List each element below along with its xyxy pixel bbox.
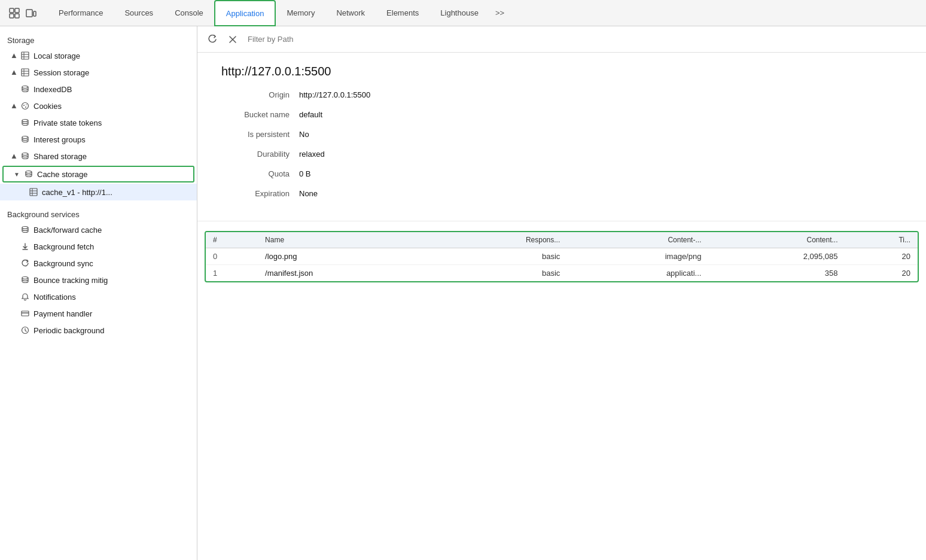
- db-icon: [24, 169, 33, 179]
- tab-sources[interactable]: Sources: [114, 0, 164, 26]
- tab-performance[interactable]: Performance: [48, 0, 114, 26]
- persistent-label: Is persistent: [221, 130, 299, 139]
- row1-time: 20: [845, 265, 918, 282]
- tab-bar: Performance Sources Console Application …: [0, 0, 926, 26]
- sidebar-item-payment[interactable]: Payment handler: [0, 305, 197, 322]
- table-row[interactable]: 0 /logo.png basic image/png 2,095,085 20: [206, 248, 918, 265]
- durability-row: Durability relaxed: [221, 150, 902, 159]
- table-icon: [29, 187, 38, 197]
- sidebar-item-periodic-bg[interactable]: Periodic background: [0, 322, 197, 339]
- sidebar-item-cookies[interactable]: ▶ Cookies: [0, 98, 197, 114]
- inspect-icon[interactable]: [8, 7, 20, 19]
- periodic-bg-label: Periodic background: [33, 326, 105, 335]
- sidebar-item-notifications[interactable]: Notifications: [0, 288, 197, 305]
- col-response: Respons...: [431, 232, 567, 248]
- svg-rect-23: [30, 188, 37, 196]
- svg-point-14: [22, 86, 28, 89]
- svg-rect-0: [10, 8, 14, 13]
- bg-sync-label: Background sync: [33, 259, 93, 268]
- tab-lighthouse[interactable]: Lighthouse: [430, 0, 489, 26]
- svg-point-20: [22, 136, 28, 139]
- db-icon: [20, 118, 30, 127]
- svg-point-18: [26, 104, 26, 105]
- sidebar-item-private-state[interactable]: Private state tokens: [0, 114, 197, 131]
- persistent-value: No: [299, 130, 309, 139]
- back-forward-label: Back/forward cache: [33, 226, 102, 235]
- expiration-label: Expiration: [221, 189, 299, 198]
- tab-memory[interactable]: Memory: [276, 0, 325, 26]
- sidebar-item-local-storage[interactable]: ▶ Local storage: [0, 47, 197, 64]
- bucket-value: default: [299, 110, 322, 119]
- bucket-label: Bucket name: [221, 110, 299, 119]
- row0-content-type: image/png: [567, 248, 708, 265]
- tab-elements[interactable]: Elements: [376, 0, 430, 26]
- refresh-button[interactable]: [205, 32, 220, 47]
- content-area: http://127.0.0.1:5500 Origin http://127.…: [197, 26, 926, 560]
- sidebar-item-interest-groups[interactable]: Interest groups: [0, 131, 197, 148]
- sidebar-item-cache-storage[interactable]: ▼ Cache storage: [2, 166, 194, 182]
- sidebar-item-cache-v1[interactable]: cache_v1 - http://1...: [0, 184, 197, 200]
- sidebar-item-back-forward[interactable]: Back/forward cache: [0, 221, 197, 238]
- sidebar-item-shared-storage[interactable]: ▶ Shared storage: [0, 148, 197, 165]
- cache-v1-label: cache_v1 - http://1...: [42, 188, 112, 197]
- cache-storage-label: Cache storage: [37, 170, 88, 179]
- cookies-label: Cookies: [33, 102, 62, 111]
- col-time: Ti...: [845, 232, 918, 248]
- detail-section: http://127.0.0.1:5500 Origin http://127.…: [197, 53, 926, 221]
- table-row[interactable]: 1 /manifest.json basic applicati... 358 …: [206, 265, 918, 282]
- durability-label: Durability: [221, 150, 299, 159]
- session-storage-label: Session storage: [33, 68, 89, 77]
- indexeddb-label: IndexedDB: [33, 85, 72, 94]
- svg-rect-3: [15, 14, 19, 18]
- row0-time: 20: [845, 248, 918, 265]
- expand-arrow: ▶: [10, 69, 17, 76]
- notifications-label: Notifications: [33, 293, 76, 302]
- clear-button[interactable]: [225, 32, 240, 47]
- svg-point-15: [22, 103, 29, 109]
- sidebar-item-bounce[interactable]: Bounce tracking mitig: [0, 272, 197, 288]
- fetch-icon: [20, 242, 30, 251]
- bg-section-label: Background services: [0, 205, 197, 221]
- sidebar-item-session-storage[interactable]: ▶ Session storage: [0, 64, 197, 81]
- db-icon: [20, 151, 30, 161]
- svg-rect-2: [10, 14, 14, 18]
- bucket-row: Bucket name default: [221, 110, 902, 119]
- quota-value: 0 B: [299, 169, 311, 178]
- db-icon: [20, 84, 30, 94]
- tab-more[interactable]: >>: [489, 0, 510, 26]
- col-content-type: Content-...: [567, 232, 708, 248]
- svg-rect-4: [26, 10, 32, 17]
- sidebar-item-bg-fetch[interactable]: Background fetch: [0, 238, 197, 255]
- expiration-value: None: [299, 189, 318, 198]
- storage-section-label: Storage: [0, 31, 197, 47]
- cache-table: # Name Respons... Content-... Content...…: [206, 232, 918, 281]
- row0-num: 0: [206, 248, 258, 265]
- svg-point-17: [25, 106, 26, 108]
- sync-icon: [20, 258, 30, 268]
- sidebar-item-bg-sync[interactable]: Background sync: [0, 255, 197, 272]
- expand-arrow: ▶: [10, 102, 17, 109]
- db-icon: [20, 225, 30, 235]
- row1-content-type: applicati...: [567, 265, 708, 282]
- svg-point-27: [22, 227, 28, 229]
- persistent-row: Is persistent No: [221, 130, 902, 139]
- durability-value: relaxed: [299, 150, 325, 159]
- row1-content-length: 358: [708, 265, 845, 282]
- row1-num: 1: [206, 265, 258, 282]
- col-num: #: [206, 232, 258, 248]
- tab-network[interactable]: Network: [325, 0, 376, 26]
- tab-console[interactable]: Console: [164, 0, 214, 26]
- quota-label: Quota: [221, 169, 299, 178]
- device-icon[interactable]: [25, 7, 37, 19]
- sidebar-item-indexeddb[interactable]: IndexedDB: [0, 81, 197, 98]
- svg-rect-5: [33, 11, 36, 16]
- table-icon: [20, 68, 30, 77]
- tab-application[interactable]: Application: [214, 0, 276, 26]
- origin-value: http://127.0.0.1:5500: [299, 90, 370, 99]
- shared-storage-label: Shared storage: [33, 152, 87, 161]
- filter-input[interactable]: [245, 34, 919, 45]
- devtools-icons: [5, 7, 41, 19]
- svg-point-22: [26, 171, 32, 174]
- svg-rect-1: [15, 8, 19, 13]
- svg-point-28: [22, 277, 28, 279]
